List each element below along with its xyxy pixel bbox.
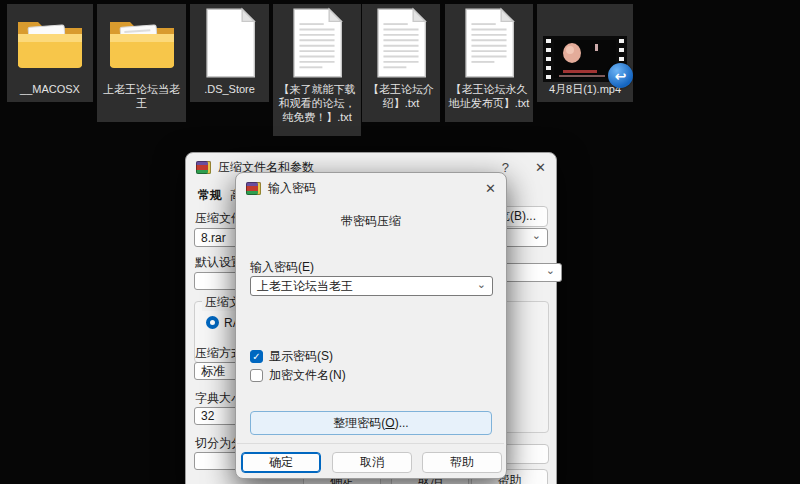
password-dialog-titlebar: 输入密码 ✕ xyxy=(236,173,506,203)
compression-method-value: 标准 xyxy=(201,363,225,380)
close-icon[interactable]: ✕ xyxy=(535,161,546,174)
show-password-label: 显示密码(S) xyxy=(269,348,333,365)
organize-mnemonic: O xyxy=(385,416,394,430)
encrypt-names-label: 加密文件名(N) xyxy=(269,367,346,384)
item-label: 【老王论坛永久地址发布页】.txt xyxy=(445,82,533,110)
item-label: 【来了就能下载和观看的论坛，纯免费！】.txt xyxy=(273,82,361,124)
desktop-item-txt-forum-address[interactable]: 【老王论坛永久地址发布页】.txt xyxy=(445,4,533,122)
chevron-down-icon[interactable]: ⌄ xyxy=(532,229,541,242)
desktop-item-laowang-folder[interactable]: 上老王论坛当老王 xyxy=(97,4,186,122)
tab-general[interactable]: 常规 xyxy=(198,187,222,204)
help-icon[interactable]: ? xyxy=(502,161,509,174)
show-password-checkbox[interactable]: ✓ xyxy=(250,350,263,363)
chevron-down-icon[interactable]: ⌄ xyxy=(546,264,555,277)
desktop-item-macosx[interactable]: __MACOSX xyxy=(7,4,93,102)
organize-passwords-button[interactable]: 整理密码(O)... xyxy=(250,411,492,435)
desktop-item-video[interactable]: ↩ 4月8日(1).mp4 xyxy=(537,4,633,102)
text-file-icon xyxy=(362,4,440,82)
item-label: 【老王论坛介绍】.txt xyxy=(362,82,440,110)
winrar-icon xyxy=(196,161,211,174)
file-icon xyxy=(190,4,269,82)
text-file-icon xyxy=(273,4,361,82)
show-password-row[interactable]: ✓ 显示密码(S) xyxy=(250,348,333,365)
dictionary-size-value: 32 xyxy=(201,409,214,423)
folder-icon xyxy=(7,4,93,82)
desktop-item-ds-store[interactable]: .DS_Store xyxy=(190,4,269,102)
footer-separator xyxy=(237,443,504,444)
encrypt-names-checkbox[interactable] xyxy=(250,369,263,382)
password-dialog: 输入密码 ✕ 带密码压缩 输入密码(E) 上老王论坛当老王 ⌄ ✓ 显示密码(S… xyxy=(235,172,507,479)
organize-suffix: )... xyxy=(395,416,409,430)
winrar-icon xyxy=(246,182,261,195)
folder-icon xyxy=(97,4,186,82)
organize-prefix: 整理密码( xyxy=(333,415,385,432)
close-icon[interactable]: ✕ xyxy=(485,182,496,195)
text-file-icon xyxy=(445,4,533,82)
password-label: 输入密码(E) xyxy=(250,259,314,276)
password-help-button[interactable]: 帮助 xyxy=(422,452,502,473)
item-label: 上老王论坛当老王 xyxy=(97,82,186,110)
archive-name-value: 8.rar xyxy=(201,231,226,245)
item-label: .DS_Store xyxy=(202,82,257,96)
password-ok-button[interactable]: 确定 xyxy=(241,452,321,473)
item-label: __MACOSX xyxy=(18,82,82,96)
chevron-down-icon[interactable]: ⌄ xyxy=(477,278,486,291)
format-rar-radio[interactable] xyxy=(206,316,219,329)
password-heading: 带密码压缩 xyxy=(236,213,506,230)
desktop-item-txt-forum-intro[interactable]: 【老王论坛介绍】.txt xyxy=(362,4,440,122)
player-overlay-icon: ↩ xyxy=(608,63,633,88)
password-combobox[interactable]: 上老王论坛当老王 ⌄ xyxy=(250,276,493,296)
password-value: 上老王论坛当老王 xyxy=(257,278,353,295)
encrypt-names-row[interactable]: 加密文件名(N) xyxy=(250,367,346,384)
password-dialog-title: 输入密码 xyxy=(268,180,316,197)
desktop-item-txt-free-forum[interactable]: 【来了就能下载和观看的论坛，纯免费！】.txt xyxy=(273,4,361,136)
password-cancel-button[interactable]: 取消 xyxy=(332,452,412,473)
video-thumbnail: ↩ xyxy=(537,4,633,82)
